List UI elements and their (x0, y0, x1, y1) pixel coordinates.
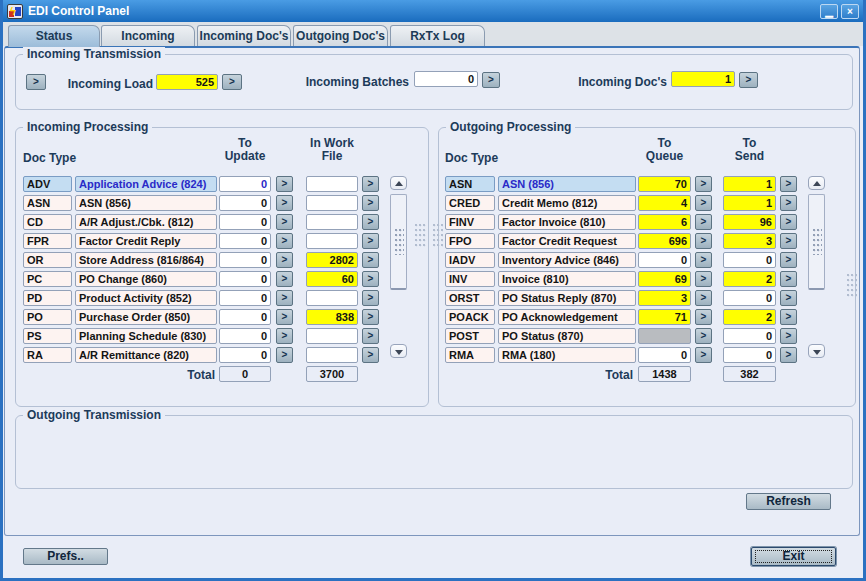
to-update-drill-button[interactable]: > (276, 195, 293, 211)
doc-type-code-field[interactable]: POACK (445, 309, 495, 325)
doc-type-desc-field[interactable]: PO Change (860) (75, 271, 217, 287)
to-send-drill-button[interactable]: > (780, 290, 797, 306)
doc-type-desc-field[interactable]: Inventory Advice (846) (498, 252, 636, 268)
to-queue-drill-button[interactable]: > (695, 271, 712, 287)
outgoing-scroll-up-button[interactable] (808, 176, 825, 190)
in-work-file-field[interactable] (306, 214, 358, 230)
doc-type-code-field[interactable]: PO (23, 309, 72, 325)
to-queue-drill-button[interactable]: > (695, 176, 712, 192)
exit-button[interactable]: Exit (751, 547, 836, 566)
to-queue-drill-button[interactable]: > (695, 195, 712, 211)
to-queue-field[interactable]: 6 (638, 214, 691, 230)
to-update-drill-button[interactable]: > (276, 271, 293, 287)
doc-type-desc-field[interactable]: RMA (180) (498, 347, 636, 363)
prefs-button[interactable]: Prefs.. (23, 548, 108, 565)
in-work-file-drill-button[interactable]: > (362, 233, 379, 249)
doc-type-desc-field[interactable]: ASN (856) (498, 176, 636, 192)
in-work-file-drill-button[interactable]: > (362, 176, 379, 192)
to-update-drill-button[interactable]: > (276, 347, 293, 363)
tab-rxtx-log[interactable]: RxTx Log (390, 25, 485, 46)
in-work-file-drill-button[interactable]: > (362, 309, 379, 325)
to-update-field[interactable]: 0 (219, 195, 271, 211)
to-update-drill-button[interactable]: > (276, 328, 293, 344)
doc-type-desc-field[interactable]: Planning Schedule (830) (75, 328, 217, 344)
close-button[interactable]: × (841, 4, 859, 19)
to-send-field[interactable]: 0 (723, 347, 776, 363)
in-work-file-field[interactable] (306, 328, 358, 344)
to-queue-field[interactable]: 3 (638, 290, 691, 306)
doc-type-code-field[interactable]: ASN (23, 195, 72, 211)
to-send-field[interactable]: 96 (723, 214, 776, 230)
to-send-drill-button[interactable]: > (780, 214, 797, 230)
to-update-field[interactable]: 0 (219, 214, 271, 230)
in-work-file-field[interactable] (306, 176, 358, 192)
to-send-field[interactable]: 0 (723, 328, 776, 344)
doc-type-code-field[interactable]: FPR (23, 233, 72, 249)
in-work-file-field[interactable]: 2802 (306, 252, 358, 268)
doc-type-code-field[interactable]: PS (23, 328, 72, 344)
to-update-field[interactable]: 0 (219, 233, 271, 249)
title-bar[interactable]: ϟ EDI Control Panel ▁ × (3, 0, 863, 22)
to-update-drill-button[interactable]: > (276, 214, 293, 230)
doc-type-code-field[interactable]: ASN (445, 176, 495, 192)
to-queue-field[interactable]: 70 (638, 176, 691, 192)
to-update-field[interactable]: 0 (219, 328, 271, 344)
to-queue-drill-button[interactable]: > (695, 233, 712, 249)
doc-type-desc-field[interactable]: PO Status Reply (870) (498, 290, 636, 306)
doc-type-desc-field[interactable]: ASN (856) (75, 195, 217, 211)
outgoing-scroll-down-button[interactable] (808, 344, 825, 358)
incoming-scroll-down-button[interactable] (390, 344, 407, 358)
to-send-drill-button[interactable]: > (780, 195, 797, 211)
to-send-drill-button[interactable]: > (780, 271, 797, 287)
doc-type-code-field[interactable]: CRED (445, 195, 495, 211)
doc-type-desc-field[interactable]: A/R Adjust./Cbk. (812) (75, 214, 217, 230)
outgoing-scroll-thumb[interactable] (808, 194, 825, 290)
doc-type-code-field[interactable]: OR (23, 252, 72, 268)
refresh-button[interactable]: Refresh (746, 493, 831, 510)
to-update-drill-button[interactable]: > (276, 233, 293, 249)
to-update-field[interactable]: 0 (219, 309, 271, 325)
doc-type-code-field[interactable]: ADV (23, 176, 72, 192)
to-update-drill-button[interactable]: > (276, 290, 293, 306)
to-queue-drill-button[interactable]: > (695, 252, 712, 268)
to-update-drill-button[interactable]: > (276, 252, 293, 268)
in-work-file-field[interactable] (306, 195, 358, 211)
to-queue-field[interactable]: 4 (638, 195, 691, 211)
to-queue-field[interactable]: 0 (638, 252, 691, 268)
to-queue-drill-button[interactable]: > (695, 309, 712, 325)
to-send-field[interactable]: 3 (723, 233, 776, 249)
in-work-file-drill-button[interactable]: > (362, 347, 379, 363)
to-update-field[interactable]: 0 (219, 347, 271, 363)
to-update-drill-button[interactable]: > (276, 309, 293, 325)
doc-type-code-field[interactable]: FINV (445, 214, 495, 230)
tab-incoming-docs[interactable]: Incoming Doc's (197, 25, 291, 46)
doc-type-code-field[interactable]: PD (23, 290, 72, 306)
tab-status[interactable]: Status (8, 25, 100, 47)
doc-type-desc-field[interactable]: Store Address (816/864) (75, 252, 217, 268)
in-work-file-field[interactable] (306, 347, 358, 363)
to-update-field[interactable]: 0 (219, 176, 271, 192)
doc-type-code-field[interactable]: FPO (445, 233, 495, 249)
doc-type-desc-field[interactable]: Credit Memo (812) (498, 195, 636, 211)
to-queue-field[interactable]: 69 (638, 271, 691, 287)
to-queue-field[interactable] (638, 328, 691, 344)
to-send-field[interactable]: 2 (723, 271, 776, 287)
to-update-field[interactable]: 0 (219, 271, 271, 287)
to-queue-field[interactable]: 696 (638, 233, 691, 249)
in-work-file-drill-button[interactable]: > (362, 195, 379, 211)
doc-type-code-field[interactable]: ORST (445, 290, 495, 306)
in-work-file-drill-button[interactable]: > (362, 214, 379, 230)
incoming-scroll-thumb[interactable] (390, 194, 407, 290)
doc-type-code-field[interactable]: IADV (445, 252, 495, 268)
to-queue-field[interactable]: 0 (638, 347, 691, 363)
in-work-file-field[interactable]: 60 (306, 271, 358, 287)
incoming-scroll-up-button[interactable] (390, 176, 407, 190)
in-work-file-drill-button[interactable]: > (362, 290, 379, 306)
to-queue-field[interactable]: 71 (638, 309, 691, 325)
doc-type-code-field[interactable]: POST (445, 328, 495, 344)
doc-type-desc-field[interactable]: Purchase Order (850) (75, 309, 217, 325)
to-send-drill-button[interactable]: > (780, 347, 797, 363)
doc-type-code-field[interactable]: CD (23, 214, 72, 230)
in-work-file-drill-button[interactable]: > (362, 252, 379, 268)
doc-type-code-field[interactable]: PC (23, 271, 72, 287)
